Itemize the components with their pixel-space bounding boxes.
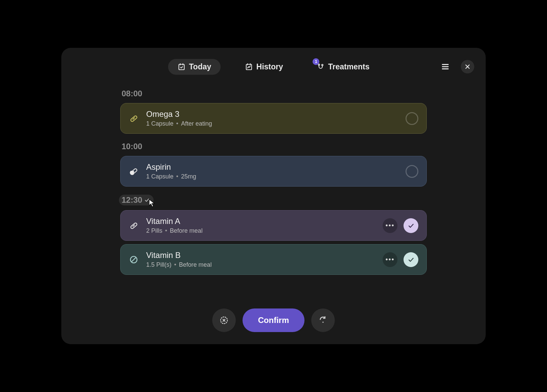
check-toggle[interactable] [406,112,418,125]
medication-card[interactable]: Aspirin 1 Capsule•25mg [120,156,427,187]
time-label: 08:00 [122,89,142,98]
svg-line-15 [132,258,136,261]
card-controls: ••• [383,252,418,267]
skip-button[interactable] [311,308,335,332]
capsule-solid-icon [129,166,139,176]
slash-circle-icon [129,255,139,265]
svg-point-19 [322,322,324,323]
time-label[interactable]: 12:30 [119,195,154,205]
check-toggle[interactable] [404,218,418,233]
svg-point-3 [322,64,323,66]
footer: Confirm [61,308,486,344]
time-label: 10:00 [122,142,142,151]
tab-treatments[interactable]: 1 Treatments [307,59,379,75]
tab-history[interactable]: History [235,59,292,75]
header-right [439,60,474,73]
svg-rect-0 [179,64,184,70]
medication-card[interactable]: Vitamin B 1.5 Pill(s)•Before meal ••• [120,244,427,275]
app-window: Today History 1 Treatments [61,48,486,344]
medication-card[interactable]: Vitamin A 2 Pills•Before meal ••• [120,210,427,241]
calendar-check-icon [178,63,186,71]
more-button[interactable]: ••• [383,252,397,267]
capsule-outline-icon [129,113,139,124]
more-button[interactable]: ••• [383,218,397,233]
tab-today-label: Today [189,62,211,71]
capsule-outline-icon [129,221,139,231]
medication-text: Vitamin B 1.5 Pill(s)•Before meal [146,251,375,268]
medication-name: Vitamin A [146,217,375,226]
card-controls: ••• [383,218,418,233]
tab-treatments-label: Treatments [328,62,369,71]
close-button[interactable] [461,60,474,73]
check-toggle[interactable] [406,165,418,178]
medication-text: Omega 3 1 Capsule•After eating [146,109,398,127]
medication-text: Vitamin A 2 Pills•Before meal [146,217,375,234]
svg-line-13 [133,225,135,226]
treatments-badge: 1 [313,58,319,65]
tab-today[interactable]: Today [168,59,221,75]
schedule-list: 08:00 Omega 3 1 Capsule•After eating [120,84,427,278]
card-controls [406,112,418,125]
confirm-button[interactable]: Confirm [243,308,304,332]
medication-name: Omega 3 [146,109,398,119]
card-controls [406,165,418,178]
medication-sub: 1 Capsule•After eating [146,120,398,127]
medication-sub: 1 Capsule•25mg [146,173,398,180]
menu-button[interactable] [439,60,452,73]
medication-name: Aspirin [146,162,398,172]
cancel-all-button[interactable] [212,308,236,332]
medication-name: Vitamin B [146,251,375,260]
check-toggle[interactable] [404,252,418,267]
content: 08:00 Omega 3 1 Capsule•After eating [61,76,486,308]
tab-bar: Today History 1 Treatments [168,59,379,75]
medication-card[interactable]: Omega 3 1 Capsule•After eating [120,103,427,134]
svg-line-10 [133,118,135,119]
medication-sub: 2 Pills•Before meal [146,227,375,234]
medication-text: Aspirin 1 Capsule•25mg [146,162,398,180]
check-icon [144,195,150,205]
chart-icon [245,63,253,71]
tab-history-label: History [256,62,283,71]
header: Today History 1 Treatments [61,48,486,76]
medication-sub: 1.5 Pill(s)•Before meal [146,261,375,268]
